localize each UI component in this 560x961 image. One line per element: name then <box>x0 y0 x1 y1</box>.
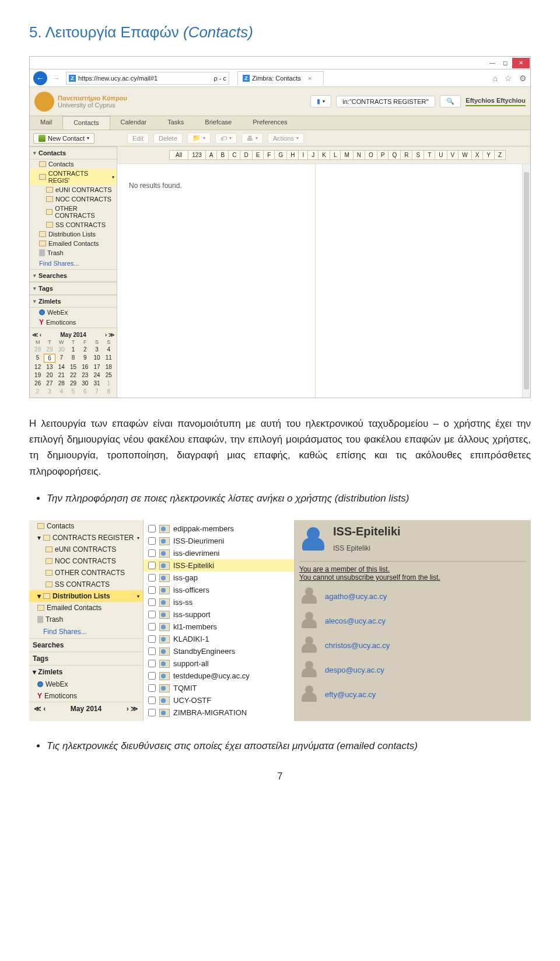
sidebar-item[interactable]: Emailed Contacts <box>30 239 117 248</box>
sidebar-item[interactable]: CONTRACTS REGIS' ▾ <box>30 169 117 185</box>
dl-row[interactable]: support-all <box>144 657 294 670</box>
calendar-day[interactable]: 2 <box>79 346 90 353</box>
dl-checkbox[interactable] <box>148 635 156 643</box>
sidebar-item-2[interactable]: Emailed Contacts <box>29 602 143 614</box>
alpha-filter-X[interactable]: X <box>471 150 484 160</box>
zimlet-emoticons-2[interactable]: YEmoticons <box>29 690 143 702</box>
member-email[interactable]: christos@ucy.ac.cy <box>325 641 390 650</box>
alpha-filter-W[interactable]: W <box>458 150 471 160</box>
sidebar-item-2[interactable]: Contacts <box>29 520 143 532</box>
dl-row[interactable]: TQMIT <box>144 682 294 694</box>
alpha-filter-Y[interactable]: Y <box>482 150 495 160</box>
calendar-day[interactable]: 8 <box>68 354 79 363</box>
alpha-filter-K[interactable]: K <box>318 150 330 160</box>
dl-checkbox[interactable] <box>148 647 156 655</box>
alpha-filter-G[interactable]: G <box>274 150 287 160</box>
minimize-button[interactable]: — <box>487 58 498 68</box>
new-contact-button[interactable]: New Contact ▾ <box>33 133 94 144</box>
alpha-filter-F[interactable]: F <box>263 150 275 160</box>
calendar-day[interactable]: 28 <box>56 379 67 387</box>
dl-row[interactable]: ZIMBRA-MIGRATION <box>144 706 294 719</box>
calendar-day[interactable]: 3 <box>91 346 102 353</box>
edit-button[interactable]: Edit <box>127 133 149 144</box>
tab-preferences[interactable]: Preferences <box>242 116 298 130</box>
zimlet-webex-2[interactable]: WebEx <box>29 678 143 690</box>
calendar-day[interactable]: 4 <box>103 346 114 353</box>
calendar-day[interactable]: 13 <box>44 363 55 371</box>
close-button[interactable]: ✕ <box>512 58 530 68</box>
current-user[interactable]: Eftychios Eftychiou <box>466 97 526 106</box>
sidebar-item-2[interactable]: SS CONTRACTS <box>29 579 143 590</box>
alpha-filter-N[interactable]: N <box>353 150 365 160</box>
calendar-day[interactable]: 22 <box>68 371 79 379</box>
home-icon[interactable]: ⌂ <box>493 74 498 83</box>
member-email[interactable]: alecos@ucy.ac.cy <box>325 617 386 625</box>
dl-checkbox[interactable] <box>148 598 156 606</box>
back-button[interactable]: ← <box>33 71 47 85</box>
sidebar-zimlets-header[interactable]: Zimlets <box>30 295 117 308</box>
dl-row[interactable]: ISS-Dieurimeni <box>144 535 294 547</box>
calendar-day[interactable]: 1 <box>68 346 79 353</box>
alpha-filter-A[interactable]: A <box>205 150 218 160</box>
dl-checkbox[interactable] <box>148 525 156 532</box>
scrollbar[interactable] <box>522 164 530 398</box>
tags-header-2[interactable]: Tags <box>29 652 143 665</box>
dl-row[interactable]: UCY-OSTF <box>144 694 294 706</box>
tab-calendar[interactable]: Calendar <box>110 116 158 130</box>
sidebar-item-2[interactable]: ▾ Distribution Lists▾ <box>29 590 143 602</box>
alpha-filter-S[interactable]: S <box>412 150 424 160</box>
calendar-day[interactable]: 21 <box>56 371 67 379</box>
calendar-day[interactable]: 31 <box>91 379 102 387</box>
calendar-day[interactable]: 18 <box>103 363 114 371</box>
sidebar-item[interactable]: OTHER CONTRACTS <box>30 204 117 220</box>
sidebar-zimlet-webex[interactable]: WebEx <box>30 308 117 317</box>
calendar-day[interactable]: 4 <box>56 388 67 395</box>
dl-row[interactable]: iss-officers <box>144 584 294 596</box>
member-email[interactable]: despo@ucy.ac.cy <box>325 666 384 674</box>
alpha-filter-I[interactable]: I <box>298 150 308 160</box>
star-icon[interactable]: ☆ <box>505 74 512 83</box>
sidebar-searches-header[interactable]: Searches <box>30 269 117 282</box>
sidebar-contacts-header[interactable]: Contacts <box>30 147 117 159</box>
tab-close-icon[interactable]: × <box>308 75 312 82</box>
calendar-day[interactable]: 9 <box>79 354 90 363</box>
calendar-day[interactable]: 29 <box>44 346 55 353</box>
calendar-day[interactable]: 29 <box>68 379 79 387</box>
calendar-day[interactable]: 6 <box>79 388 90 395</box>
dl-row[interactable]: KLADIKI-1 <box>144 633 294 645</box>
sidebar-item[interactable]: eUNI CONTRACTS <box>30 185 117 194</box>
calendar-day[interactable]: 5 <box>68 388 79 395</box>
alpha-filter-D[interactable]: D <box>240 150 252 160</box>
find-shares-link-2[interactable]: Find Shares... <box>29 625 143 638</box>
zimlets-header-2[interactable]: ▾ Zimlets <box>29 665 143 678</box>
sidebar-item[interactable]: Distribution Lists <box>30 229 117 239</box>
dl-checkbox[interactable] <box>148 684 156 692</box>
calendar-day[interactable]: 15 <box>68 363 79 371</box>
delete-button[interactable]: Delete <box>153 133 183 144</box>
dl-checkbox[interactable] <box>148 537 156 545</box>
alpha-filter-P[interactable]: P <box>377 150 389 160</box>
calendar-day[interactable]: 25 <box>103 371 114 379</box>
alpha-filter-C[interactable]: C <box>228 150 240 160</box>
sidebar-item[interactable]: Trash <box>30 248 117 257</box>
dl-row[interactable]: iss-gap <box>144 572 294 584</box>
calendar-day[interactable]: 20 <box>44 371 55 379</box>
calendar-day[interactable]: 17 <box>91 363 102 371</box>
calendar-day[interactable]: 8 <box>103 388 114 395</box>
alpha-filter-T[interactable]: T <box>424 150 435 160</box>
calendar-day[interactable]: 5 <box>32 354 43 363</box>
calendar-day[interactable]: 14 <box>56 363 67 371</box>
dl-row[interactable]: iss-dievrimeni <box>144 547 294 559</box>
calendar-day[interactable]: 3 <box>44 388 55 395</box>
print-button[interactable]: 🖶▾ <box>242 133 263 144</box>
alpha-filter-H[interactable]: H <box>286 150 299 160</box>
browser-tab[interactable]: Z Zimbra: Contacts × <box>237 71 324 85</box>
alpha-filter-R[interactable]: R <box>400 150 412 160</box>
alpha-filter-J[interactable]: J <box>307 150 318 160</box>
search-query[interactable]: in:"CONTRACTS REGISTER" <box>336 96 435 107</box>
sidebar-tags-header[interactable]: Tags <box>30 282 117 295</box>
tab-mail[interactable]: Mail <box>30 116 62 130</box>
dl-checkbox[interactable] <box>148 586 156 594</box>
cal-next[interactable]: › ≫ <box>105 332 114 338</box>
tag-button[interactable]: 🏷▾ <box>215 133 237 144</box>
